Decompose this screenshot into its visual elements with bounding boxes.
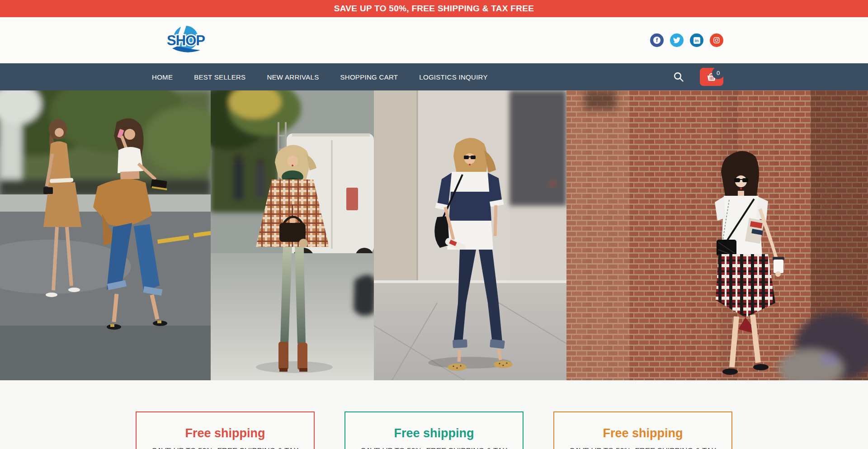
feature-text: SAVE UP TO 50%, FREE SHIPPING & TAX FREE [562,447,723,449]
cart-count-badge: 0 [712,67,724,79]
linkedin-link[interactable]: in [690,33,703,47]
search-button[interactable] [673,71,684,83]
feature-text: SAVE UP TO 50%, FREE SHIPPING & TAX FREE [145,447,306,449]
main-nav: HOME BEST SELLERS NEW ARRIVALS SHOPPING … [0,63,868,90]
search-icon [673,71,684,83]
feature-cards: Free shipping SAVE UP TO 50%, FREE SHIPP… [136,411,732,449]
feature-card-3: Free shipping SAVE UP TO 50%, FREE SHIPP… [553,411,732,449]
feature-title: Free shipping [145,426,306,440]
hero-slide-4[interactable] [566,90,868,380]
shop-logo-graphic: SHOP [161,25,208,55]
twitter-link[interactable] [670,33,684,47]
instagram-link[interactable] [710,33,723,47]
nav-item-home[interactable]: HOME [152,73,173,81]
facebook-link[interactable]: f [650,33,664,47]
feature-title: Free shipping [562,426,723,440]
nav-item-logistics-inquiry[interactable]: LOGISTICS INQUIRY [419,73,488,81]
cart-button[interactable]: 0 [700,68,723,86]
nav-menu: HOME BEST SELLERS NEW ARRIVALS SHOPPING … [152,73,488,81]
facebook-icon: f [653,37,660,44]
nav-item-best-sellers[interactable]: BEST SELLERS [194,73,245,81]
hero-carousel [0,90,868,380]
feature-text: SAVE UP TO 50%, FREE SHIPPING & TAX FREE [354,447,514,449]
logo-text: SHOP [167,33,205,48]
instagram-icon [713,37,720,44]
site-header: SHOP f in [0,17,868,63]
feature-card-2: Free shipping SAVE UP TO 50%, FREE SHIPP… [344,411,524,449]
linkedin-icon: in [693,37,700,44]
twitter-icon [673,37,680,44]
social-links: f in [650,33,723,47]
hero-slide-2[interactable] [211,90,374,380]
promo-banner: SAVE UP TO 50%, FREE SHIPPING & TAX FREE [0,0,868,17]
feature-title: Free shipping [354,426,514,440]
promo-banner-text: SAVE UP TO 50%, FREE SHIPPING & TAX FREE [334,4,534,14]
feature-card-1: Free shipping SAVE UP TO 50%, FREE SHIPP… [136,411,315,449]
nav-item-shopping-cart[interactable]: SHOPPING CART [340,73,398,81]
nav-item-new-arrivals[interactable]: NEW ARRIVALS [267,73,319,81]
hero-slide-1[interactable] [0,90,211,380]
shop-logo[interactable]: SHOP [161,25,208,55]
hero-slide-3[interactable] [374,90,566,380]
shop-homepage: SAVE UP TO 50%, FREE SHIPPING & TAX FREE… [0,0,868,449]
